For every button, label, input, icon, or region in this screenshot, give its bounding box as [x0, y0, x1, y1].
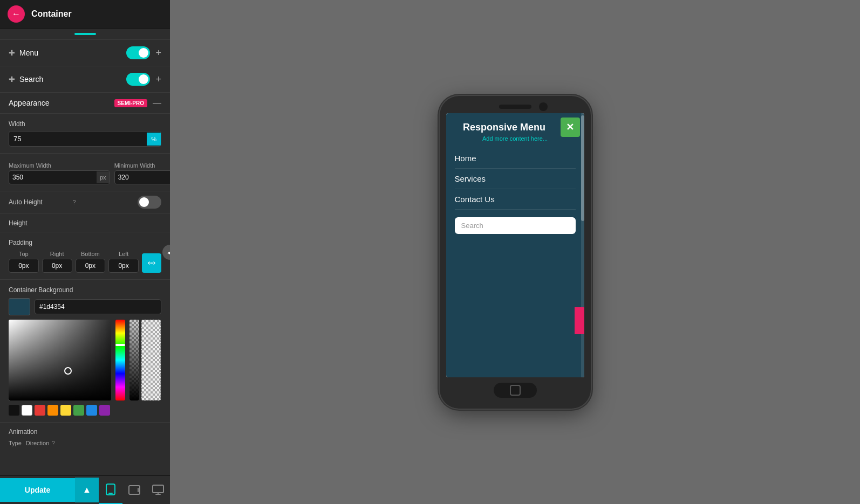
width-section: Width %	[0, 114, 170, 154]
swatch-green[interactable]	[73, 405, 84, 416]
swatch-white[interactable]	[22, 405, 32, 416]
swatch-orange[interactable]	[47, 405, 58, 416]
menu-subtitle: Add more content here...	[455, 135, 576, 142]
padding-top-input[interactable]	[9, 259, 39, 273]
padding-right-label: Right	[42, 251, 72, 257]
menu-row: ✚ Menu +	[0, 40, 170, 66]
padding-section: Padding Top Right Bottom Left	[0, 232, 170, 280]
nav-item-home[interactable]: Home	[455, 148, 576, 169]
max-width-input[interactable]	[9, 171, 97, 184]
container-bg-label: Container Background	[9, 286, 161, 294]
padding-right-group: Right	[42, 251, 72, 273]
panel-body: ✚ Menu + ✚ Search + Appearance SEMI-PRO …	[0, 29, 170, 504]
padding-left-label: Left	[108, 251, 139, 257]
search-toggle[interactable]	[126, 73, 150, 86]
phone-home-icon	[510, 385, 521, 396]
max-width-label: Maximum Width	[9, 162, 110, 169]
collapse-button[interactable]: —	[153, 98, 161, 108]
padding-bottom-input[interactable]	[76, 259, 106, 273]
bottom-bar: Update ▲	[0, 475, 170, 504]
device-tablet-button[interactable]	[122, 478, 146, 502]
phone-scrollbar-thumb	[581, 115, 584, 221]
max-width-input-row: px	[9, 170, 110, 184]
color-hex-input[interactable]	[35, 299, 161, 314]
swatch-red[interactable]	[35, 405, 45, 416]
padding-left-group: Left	[108, 251, 139, 273]
animation-section: Animation Type Direction ?	[0, 422, 170, 453]
left-panel: ← Container ✚ Menu + ✚ Search + Appearan…	[0, 0, 170, 504]
padding-left-input[interactable]	[108, 259, 139, 273]
main-canvas: ✕ Responsive Menu Add more content here.…	[170, 0, 860, 504]
color-gradient-picker[interactable]	[9, 320, 111, 401]
padding-bottom-group: Bottom	[76, 251, 106, 273]
swatch-blue[interactable]	[86, 405, 97, 416]
semi-pro-badge: SEMI-PRO	[114, 99, 147, 107]
height-row: Height	[0, 213, 170, 232]
min-width-group: Minimum Width px	[114, 162, 170, 184]
panel-title: Container	[31, 9, 72, 19]
back-button[interactable]: ←	[8, 5, 25, 23]
search-plus-icon[interactable]: +	[155, 74, 161, 85]
nav-item-contact[interactable]: Contact Us	[455, 189, 576, 210]
nav-item-services[interactable]: Services	[455, 169, 576, 189]
color-picker	[9, 320, 161, 416]
opacity-slider[interactable]	[129, 320, 139, 401]
animation-label: Animation	[9, 428, 161, 436]
width-input[interactable]	[9, 132, 147, 146]
padding-bottom-label: Bottom	[76, 251, 106, 257]
padding-top-label: Top	[9, 251, 39, 257]
menu-toggle[interactable]	[126, 46, 150, 59]
auto-height-row: Auto Height ?	[0, 191, 170, 213]
width-label: Width	[9, 120, 161, 128]
color-swatch[interactable]	[9, 298, 30, 315]
arrow-up-icon: ▲	[83, 485, 91, 495]
padding-link-button[interactable]	[142, 253, 161, 273]
panel-header: ← Container	[0, 0, 170, 29]
auto-height-label: Auto Height	[9, 198, 70, 206]
svg-rect-4	[153, 485, 163, 493]
picker-cursor[interactable]	[64, 367, 72, 375]
phone-home-bar	[494, 383, 537, 398]
width-unit-button[interactable]: %	[147, 133, 161, 146]
device-mobile-button[interactable]	[99, 476, 122, 504]
minmax-width-section: Maximum Width px Minimum Width px	[0, 154, 170, 191]
swatch-purple[interactable]	[99, 405, 110, 416]
menu-search-bar[interactable]: Search	[455, 217, 576, 234]
width-input-group: %	[9, 131, 161, 147]
device-desktop-button[interactable]	[146, 477, 170, 503]
animation-type-group: Type	[9, 440, 22, 448]
hue-slider[interactable]	[115, 320, 125, 401]
search-placeholder-text: Search	[461, 222, 483, 230]
container-bg-section: Container Background	[0, 280, 170, 422]
search-crosshair-icon: ✚	[9, 75, 15, 84]
min-width-input[interactable]	[115, 171, 170, 184]
menu-title: Responsive Menu	[455, 122, 576, 133]
menu-label: Menu	[19, 49, 126, 57]
max-width-unit: px	[97, 171, 110, 183]
padding-right-input[interactable]	[42, 259, 72, 273]
alpha-pattern	[141, 320, 161, 401]
hue-slider-track	[115, 320, 125, 401]
auto-height-help-icon: ?	[72, 199, 76, 205]
animation-type-label: Type	[9, 440, 22, 446]
min-width-label: Minimum Width	[114, 162, 170, 169]
hue-thumb	[115, 344, 125, 346]
menu-plus-icon[interactable]: +	[155, 47, 161, 59]
appearance-label: Appearance	[9, 99, 110, 107]
phone-speaker	[499, 105, 531, 109]
padding-grid: Top Right Bottom Left	[9, 251, 161, 273]
minmax-inputs: Maximum Width px Minimum Width px	[9, 162, 161, 184]
auto-height-toggle[interactable]	[138, 196, 161, 209]
height-label: Height	[9, 219, 28, 227]
menu-close-button[interactable]: ✕	[561, 118, 580, 137]
color-swatch-row	[9, 298, 161, 315]
arrow-up-button[interactable]: ▲	[75, 478, 99, 502]
gradient-black-layer	[9, 320, 111, 401]
swatch-black[interactable]	[9, 405, 19, 416]
swatch-yellow[interactable]	[60, 405, 71, 416]
update-button[interactable]: Update	[0, 478, 75, 502]
opacity-slider-track	[129, 320, 139, 401]
color-swatches-row	[9, 405, 161, 416]
padding-label: Padding	[9, 239, 161, 246]
phone-mockup: ✕ Responsive Menu Add more content here.…	[440, 96, 591, 409]
